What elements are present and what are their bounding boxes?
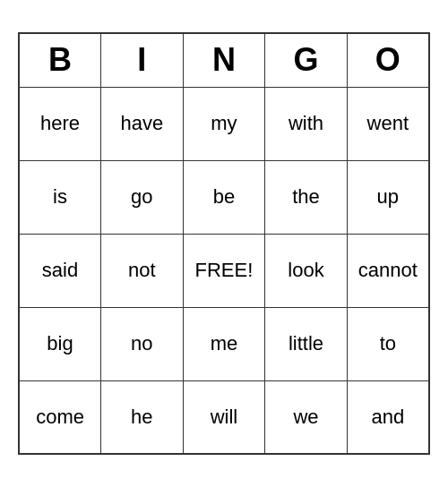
bingo-cell-r4-c3[interactable]: we [265,380,347,454]
bingo-card: BINGO herehavemywithwentisgobetheupsaidn… [18,32,430,455]
bingo-row-4: comehewillweand [19,380,429,454]
bingo-cell-r2-c4[interactable]: cannot [347,234,429,307]
bingo-cell-r0-c1[interactable]: have [101,87,184,160]
bingo-cell-r3-c3[interactable]: little [265,307,347,380]
header-col-b: B [19,33,101,87]
bingo-cell-r3-c1[interactable]: no [101,307,184,380]
bingo-cell-r2-c0[interactable]: said [19,234,101,307]
bingo-cell-r3-c2[interactable]: me [183,307,265,380]
bingo-cell-r1-c0[interactable]: is [19,160,101,234]
bingo-cell-r1-c2[interactable]: be [183,160,265,234]
header-col-o: O [347,33,429,87]
bingo-body: herehavemywithwentisgobetheupsaidnotFREE… [19,87,429,454]
header-col-n: N [183,33,265,87]
bingo-header-row: BINGO [19,33,429,87]
bingo-cell-r1-c1[interactable]: go [101,160,184,234]
bingo-cell-r3-c0[interactable]: big [19,307,101,380]
header-col-i: I [101,33,184,87]
bingo-cell-r4-c4[interactable]: and [347,380,429,454]
bingo-cell-r1-c4[interactable]: up [347,160,429,234]
bingo-cell-r0-c2[interactable]: my [183,87,265,160]
bingo-cell-r4-c0[interactable]: come [19,380,101,454]
bingo-row-1: isgobetheup [19,160,429,234]
bingo-row-0: herehavemywithwent [19,87,429,160]
bingo-cell-r1-c3[interactable]: the [265,160,347,234]
bingo-cell-r0-c0[interactable]: here [19,87,101,160]
bingo-cell-r2-c1[interactable]: not [101,234,184,307]
bingo-row-3: bignomelittleto [19,307,429,380]
bingo-cell-r4-c2[interactable]: will [183,380,265,454]
bingo-row-2: saidnotFREE!lookcannot [19,234,429,307]
bingo-cell-r3-c4[interactable]: to [347,307,429,380]
bingo-cell-r0-c4[interactable]: went [347,87,429,160]
header-col-g: G [265,33,347,87]
bingo-cell-r0-c3[interactable]: with [265,87,347,160]
bingo-cell-r2-c3[interactable]: look [265,234,347,307]
bingo-cell-r4-c1[interactable]: he [101,380,184,454]
bingo-cell-r2-c2[interactable]: FREE! [183,234,265,307]
